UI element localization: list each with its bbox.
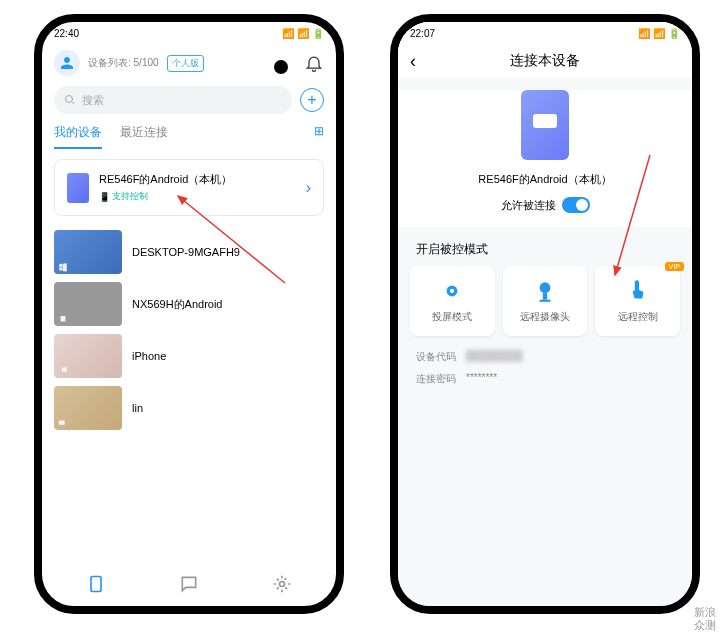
mode-screencast[interactable]: 投屏模式 bbox=[410, 266, 495, 336]
device-row[interactable]: NX569H的Android bbox=[42, 278, 336, 330]
page-title: 连接本设备 bbox=[510, 52, 580, 70]
svg-point-0 bbox=[66, 96, 73, 103]
allow-connect: 允许被连接 bbox=[398, 197, 692, 213]
status-icons: 📶 📶 🔋 bbox=[282, 28, 324, 39]
add-button[interactable]: + bbox=[300, 88, 324, 112]
allow-toggle[interactable] bbox=[562, 197, 590, 213]
primary-device-card[interactable]: RE546F的Android（本机） 📱 支持控制 › bbox=[54, 159, 324, 216]
code-label: 设备代码 bbox=[416, 350, 456, 364]
page-header: ‹ 连接本设备 bbox=[398, 44, 692, 78]
svg-point-3 bbox=[279, 582, 284, 587]
section-header: 开启被控模式 bbox=[398, 227, 692, 266]
back-button[interactable]: ‹ bbox=[410, 51, 416, 72]
pass-value: ******** bbox=[466, 372, 497, 386]
chevron-right-icon: › bbox=[306, 179, 311, 197]
device-row[interactable]: lin bbox=[42, 382, 336, 434]
nav-settings-icon[interactable] bbox=[272, 574, 292, 594]
status-time: 22:07 bbox=[410, 28, 435, 39]
vip-badge: VIP bbox=[665, 262, 684, 271]
status-icons: 📶 📶 🔋 bbox=[638, 28, 680, 39]
windows-icon bbox=[58, 262, 68, 272]
search-input[interactable]: 搜索 bbox=[54, 86, 292, 114]
plan-badge: 个人版 bbox=[167, 55, 204, 72]
device-count: 设备列表: 5/100 bbox=[88, 56, 159, 70]
device-row[interactable]: iPhone bbox=[42, 330, 336, 382]
svg-rect-1 bbox=[59, 421, 65, 425]
tab-my-devices[interactable]: 我的设备 bbox=[54, 124, 102, 149]
svg-rect-2 bbox=[91, 577, 101, 592]
mode-camera[interactable]: 远程摄像头 bbox=[503, 266, 588, 336]
device-row[interactable]: DESKTOP-9MGAFH9 bbox=[42, 226, 336, 278]
grid-icon[interactable]: ⊞ bbox=[314, 124, 324, 149]
watermark: 新浪众测 bbox=[694, 606, 716, 632]
nav-devices-icon[interactable] bbox=[86, 574, 106, 594]
device-name: RE546F的Android（本机） bbox=[99, 172, 232, 187]
bottom-nav bbox=[42, 566, 336, 602]
svg-point-5 bbox=[450, 289, 454, 293]
apple-icon bbox=[60, 364, 70, 374]
mode-remote-control[interactable]: VIP远程控制 bbox=[595, 266, 680, 336]
svg-point-6 bbox=[540, 282, 551, 293]
app-header: 设备列表: 5/100 个人版 bbox=[42, 44, 336, 82]
device-status: 📱 支持控制 bbox=[99, 190, 232, 203]
android-icon bbox=[58, 314, 68, 324]
status-time: 22:40 bbox=[54, 28, 79, 39]
cast-icon bbox=[58, 418, 68, 428]
code-value: ████████ bbox=[466, 350, 523, 364]
tab-recent[interactable]: 最近连接 bbox=[120, 124, 168, 149]
phone-icon bbox=[67, 173, 89, 203]
device-illustration bbox=[521, 90, 569, 160]
bell-icon[interactable] bbox=[304, 53, 324, 73]
nav-message-icon[interactable] bbox=[179, 574, 199, 594]
pass-label: 连接密码 bbox=[416, 372, 456, 386]
device-name: RE546F的Android（本机） bbox=[398, 172, 692, 187]
avatar[interactable] bbox=[54, 50, 80, 76]
